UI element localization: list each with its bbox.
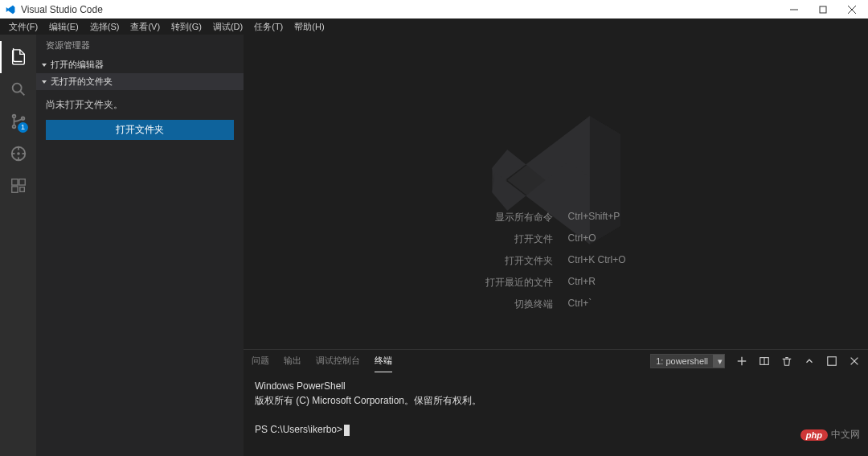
panel: 问题 输出 调试控制台 终端 1: powershell ▾: [244, 349, 868, 456]
svg-rect-16: [18, 179, 24, 185]
panel-tabs: 问题 输出 调试控制台 终端 1: powershell ▾: [244, 350, 868, 372]
svg-point-4: [12, 84, 21, 92]
terminal-prompt: PS C:\Users\ikerbo>: [255, 424, 350, 435]
cmd-shortcut: Ctrl+`: [567, 298, 625, 311]
panel-tab-problems[interactable]: 问题: [252, 350, 269, 372]
activity-source-control[interactable]: 1: [0, 105, 36, 138]
new-terminal-icon[interactable]: [736, 355, 747, 367]
svg-rect-17: [11, 187, 17, 192]
sidebar: 资源管理器 打开的编辑器 无打开的文件夹 尚未打开文件夹。 打开文件夹: [36, 35, 244, 456]
php-logo-icon: php: [800, 429, 828, 441]
chevron-up-icon[interactable]: [804, 355, 815, 367]
terminal-selector[interactable]: 1: powershell ▾: [650, 354, 725, 368]
cmd-label: 打开文件夹: [485, 254, 553, 268]
chevron-down-icon[interactable]: ▾: [713, 355, 724, 368]
panel-tab-terminal[interactable]: 终端: [375, 350, 392, 372]
terminal-line: 版权所有 (C) Microsoft Corporation。保留所有权利。: [255, 393, 857, 408]
no-folder-label: 无打开的文件夹: [51, 76, 113, 88]
cmd-label: 打开最近的文件: [485, 276, 553, 290]
window-controls: [780, 1, 866, 18]
chevron-down-icon: [42, 64, 47, 67]
activity-bar: 1: [0, 35, 36, 456]
terminal-line: Windows PowerShell: [255, 379, 857, 393]
panel-tab-output[interactable]: 输出: [284, 350, 301, 372]
trash-icon[interactable]: [781, 355, 792, 367]
editor-area: 显示所有命令 Ctrl+Shift+P 打开文件 Ctrl+O 打开文件夹 Ct…: [244, 35, 868, 456]
cmd-label: 打开文件: [485, 232, 553, 246]
svg-rect-15: [11, 179, 17, 185]
welcome-screen: 显示所有命令 Ctrl+Shift+P 打开文件 Ctrl+O 打开文件夹 Ct…: [244, 35, 868, 349]
menu-file[interactable]: 文件(F): [3, 19, 43, 35]
maximize-button[interactable]: [809, 1, 837, 18]
cmd-label: 切换终端: [485, 298, 553, 311]
close-button[interactable]: [837, 1, 866, 18]
terminal-selector-value: 1: powershell: [651, 356, 713, 366]
app-icon: [5, 4, 16, 15]
maximize-panel-icon[interactable]: [826, 355, 837, 367]
open-folder-button[interactable]: 打开文件夹: [46, 120, 234, 140]
svg-rect-18: [19, 187, 24, 192]
close-panel-icon[interactable]: [849, 355, 860, 367]
sidebar-open-editors[interactable]: 打开的编辑器: [36, 56, 244, 73]
chevron-down-icon: [42, 80, 47, 84]
menu-bar: 文件(F) 编辑(E) 选择(S) 查看(V) 转到(G) 调试(D) 任务(T…: [0, 18, 868, 35]
menu-tasks[interactable]: 任务(T): [248, 19, 289, 35]
menu-goto[interactable]: 转到(G): [166, 19, 207, 35]
menu-view[interactable]: 查看(V): [125, 19, 166, 35]
svg-point-6: [12, 115, 15, 118]
svg-rect-23: [828, 357, 837, 366]
cmd-shortcut: Ctrl+R: [567, 276, 625, 290]
no-folder-message: 尚未打开文件夹。: [46, 98, 234, 112]
sidebar-title: 资源管理器: [36, 35, 244, 56]
open-editors-label: 打开的编辑器: [51, 59, 104, 71]
activity-extensions[interactable]: [0, 170, 36, 202]
svg-point-14: [18, 153, 19, 154]
cmd-shortcut: Ctrl+K Ctrl+O: [567, 254, 625, 268]
svg-point-7: [12, 125, 15, 129]
title-bar: Visual Studio Code: [0, 0, 868, 18]
menu-help[interactable]: 帮助(H): [289, 19, 330, 35]
svg-line-5: [20, 91, 24, 95]
app-title: Visual Studio Code: [21, 4, 103, 15]
svg-rect-1: [820, 6, 826, 13]
sidebar-no-folder[interactable]: 无打开的文件夹: [36, 73, 244, 90]
activity-search[interactable]: [0, 73, 36, 105]
cmd-label: 显示所有命令: [485, 211, 553, 224]
php-cn-watermark: php 中文网: [800, 428, 860, 442]
source-control-badge: 1: [18, 122, 28, 133]
activity-explorer[interactable]: [0, 41, 36, 73]
menu-selection[interactable]: 选择(S): [84, 19, 125, 35]
menu-debug[interactable]: 调试(D): [207, 19, 248, 35]
cmd-shortcut: Ctrl+O: [567, 232, 625, 246]
terminal-body[interactable]: Windows PowerShell 版权所有 (C) Microsoft Co…: [244, 372, 868, 456]
panel-controls: 1: powershell ▾: [650, 354, 860, 368]
cmd-shortcut: Ctrl+Shift+P: [567, 211, 625, 224]
command-list: 显示所有命令 Ctrl+Shift+P 打开文件 Ctrl+O 打开文件夹 Ct…: [485, 211, 625, 311]
minimize-button[interactable]: [780, 1, 809, 18]
sidebar-body: 尚未打开文件夹。 打开文件夹: [36, 90, 244, 150]
menu-edit[interactable]: 编辑(E): [43, 19, 84, 35]
activity-debug[interactable]: [0, 138, 36, 170]
split-terminal-icon[interactable]: [759, 355, 770, 367]
php-text: 中文网: [831, 428, 860, 442]
title-bar-left: Visual Studio Code: [5, 4, 103, 15]
panel-tab-debugconsole[interactable]: 调试控制台: [316, 350, 360, 372]
